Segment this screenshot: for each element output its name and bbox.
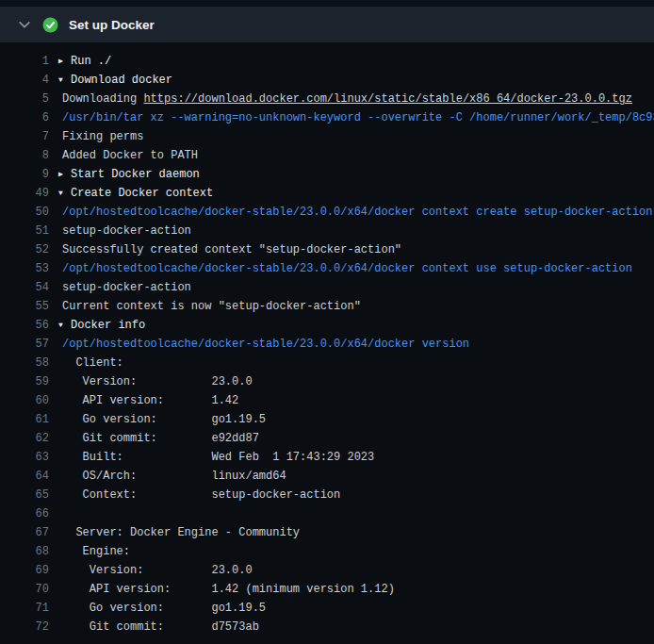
line-number-link[interactable]: 64	[0, 467, 49, 486]
command-text: /opt/hostedtoolcache/docker-stable/23.0.…	[62, 206, 653, 219]
log-line: 67 Server: Docker Engine - Community	[0, 523, 654, 542]
step-title: Set up Docker	[69, 18, 155, 32]
line-number-link[interactable]: 52	[0, 240, 49, 259]
log-line: 6/usr/bin/tar xz --warning=no-unknown-ke…	[0, 108, 654, 127]
log-line-content: Go version: go1.19.5	[58, 599, 266, 618]
chevron-down-icon[interactable]	[16, 16, 33, 33]
line-number-link[interactable]: 67	[0, 523, 49, 542]
log-line: 65 Context: setup-docker-action	[0, 486, 654, 504]
log-line: 68 Engine:	[0, 542, 654, 561]
log-text: Current context is now "setup-docker-act…	[62, 300, 361, 313]
group-title: Create Docker context	[71, 187, 213, 200]
line-number-link[interactable]: 63	[0, 448, 49, 467]
line-number-link[interactable]: 60	[0, 391, 49, 410]
log-line-content: Go version: go1.19.5	[58, 410, 266, 429]
line-number-link[interactable]: 53	[0, 259, 49, 278]
log-line: 7Fixing perms	[0, 127, 654, 146]
log-line: 8Added Docker to PATH	[0, 146, 654, 165]
log-line-content: Version: 23.0.0	[58, 372, 253, 391]
log-line-content: OS/Arch: linux/amd64	[58, 467, 286, 486]
log-line: 69 Version: 23.0.0	[0, 561, 654, 580]
log-line: 71 Go version: go1.19.5	[0, 599, 654, 618]
line-number-link[interactable]: 56	[0, 316, 49, 335]
command-text: /opt/hostedtoolcache/docker-stable/23.0.…	[62, 262, 632, 275]
line-number-link[interactable]: 51	[0, 222, 49, 240]
log-line: 60 API version: 1.42	[0, 391, 654, 410]
log-line: 62 Git commit: e92dd87	[0, 429, 654, 448]
log-group-content: ▶Run ./	[58, 52, 111, 71]
line-number-link[interactable]: 6	[0, 108, 49, 127]
line-number-link[interactable]: 5	[0, 90, 49, 108]
line-number-link[interactable]: 69	[0, 561, 49, 580]
triangle-down-icon[interactable]: ▼	[58, 184, 71, 203]
log-text: API version: 1.42 (minimum version 1.12)	[62, 583, 395, 596]
page-background-strip	[0, 0, 654, 7]
log-text: Successfully created context "setup-dock…	[62, 243, 401, 256]
triangle-down-icon[interactable]: ▼	[58, 71, 71, 90]
line-number-link[interactable]: 65	[0, 486, 49, 504]
log-text: Go version: go1.19.5	[62, 602, 266, 615]
line-number-link[interactable]: 71	[0, 599, 49, 618]
log-group-header[interactable]: 56▼Docker info	[0, 316, 654, 335]
log-line: 59 Version: 23.0.0	[0, 372, 654, 391]
log-line-content: setup-docker-action	[58, 222, 191, 240]
triangle-right-icon[interactable]: ▶	[58, 52, 71, 71]
log-line-content	[58, 504, 62, 523]
line-number-link[interactable]: 59	[0, 372, 49, 391]
log-group-header[interactable]: 9▶Start Docker daemon	[0, 165, 654, 184]
command-text: /opt/hostedtoolcache/docker-stable/23.0.…	[62, 338, 469, 351]
line-number-link[interactable]: 1	[0, 52, 49, 71]
log-line-content: Git commit: e92dd87	[58, 429, 259, 448]
log-text: OS/Arch: linux/amd64	[62, 470, 286, 483]
log-line-content: Context: setup-docker-action	[58, 486, 340, 504]
log-text: Engine:	[62, 545, 130, 558]
line-number-link[interactable]: 57	[0, 335, 49, 354]
log-area: 1▶Run ./4▼Download docker5Downloading ht…	[0, 42, 654, 644]
log-line-content: Server: Docker Engine - Community	[58, 523, 300, 542]
log-text: setup-docker-action	[62, 224, 191, 238]
log-line-content: Downloading https://download.docker.com/…	[58, 90, 632, 108]
line-number-link[interactable]: 70	[0, 580, 49, 599]
log-line: 5Downloading https://download.docker.com…	[0, 90, 654, 108]
line-number-link[interactable]: 54	[0, 278, 49, 297]
line-number-link[interactable]: 7	[0, 127, 49, 146]
log-text: setup-docker-action	[62, 281, 191, 294]
log-text: Downloading	[62, 92, 143, 106]
log-group-header[interactable]: 1▶Run ./	[0, 52, 654, 71]
group-title: Run ./	[71, 55, 111, 68]
log-group-content: ▼Download docker	[58, 71, 172, 90]
line-number-link[interactable]: 50	[0, 203, 49, 222]
log-line: 53/opt/hostedtoolcache/docker-stable/23.…	[0, 259, 654, 278]
log-line-content: Git commit: d7573ab	[58, 618, 259, 636]
line-number-link[interactable]: 58	[0, 354, 49, 372]
log-line-content: Client:	[58, 354, 123, 372]
line-number-link[interactable]: 8	[0, 146, 49, 165]
log-group-content: ▼Docker info	[58, 316, 145, 335]
log-line: 52Successfully created context "setup-do…	[0, 240, 654, 259]
line-number-link[interactable]: 68	[0, 542, 49, 561]
triangle-right-icon[interactable]: ▶	[58, 165, 71, 184]
group-title: Start Docker daemon	[71, 168, 200, 181]
download-url-link[interactable]: https://download.docker.com/linux/static…	[143, 92, 631, 106]
log-group-header[interactable]: 49▼Create Docker context	[0, 184, 654, 203]
line-number-link[interactable]: 61	[0, 410, 49, 429]
step-header[interactable]: Set up Docker	[0, 7, 654, 42]
command-text: /usr/bin/tar xz --warning=no-unknown-key…	[62, 111, 654, 124]
log-text: Context: setup-docker-action	[62, 488, 340, 502]
log-line-content: Version: 23.0.0	[58, 561, 253, 580]
line-number-link[interactable]: 72	[0, 618, 49, 636]
line-number-link[interactable]: 49	[0, 184, 49, 203]
log-line-content: API version: 1.42	[58, 391, 238, 410]
line-number-link[interactable]: 55	[0, 297, 49, 316]
line-number-link[interactable]: 4	[0, 71, 49, 90]
line-number-link[interactable]: 66	[0, 504, 49, 523]
triangle-down-icon[interactable]: ▼	[58, 316, 71, 335]
log-line: 64 OS/Arch: linux/amd64	[0, 467, 654, 486]
line-number-link[interactable]: 62	[0, 429, 49, 448]
log-line-content: setup-docker-action	[58, 278, 191, 297]
log-line: 66	[0, 504, 654, 523]
log-line: 70 API version: 1.42 (minimum version 1.…	[0, 580, 654, 599]
log-group-header[interactable]: 4▼Download docker	[0, 71, 654, 90]
line-number-link[interactable]: 9	[0, 165, 49, 184]
log-line: 63 Built: Wed Feb 1 17:43:29 2023	[0, 448, 654, 467]
